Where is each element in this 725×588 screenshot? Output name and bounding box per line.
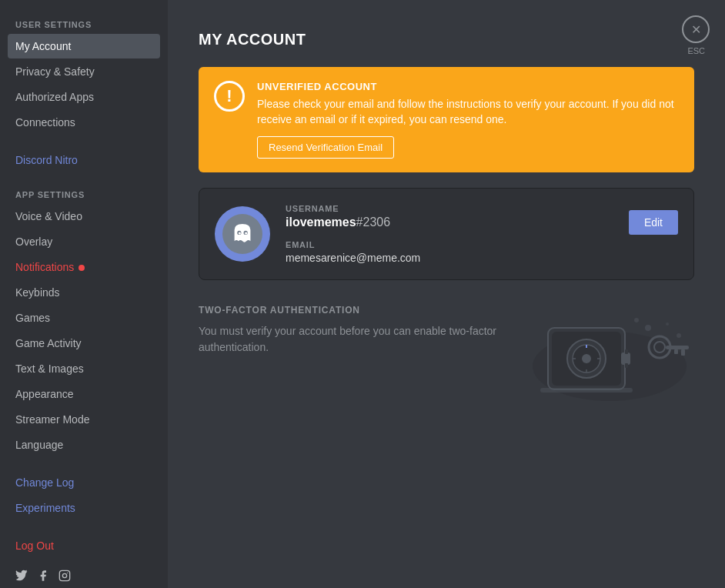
username-value: ilovememes#2306: [286, 215, 613, 229]
sidebar-item-discord-nitro[interactable]: Discord Nitro: [8, 148, 160, 172]
unverified-title: UNVERIFIED ACCOUNT: [257, 81, 679, 92]
svg-point-27: [677, 333, 681, 338]
sidebar-item-overlay[interactable]: Overlay: [8, 229, 160, 254]
sidebar-item-notifications[interactable]: Notifications: [8, 255, 160, 279]
user-settings-label: USER SETTINGS: [8, 15, 160, 32]
sidebar-item-change-log[interactable]: Change Log: [8, 470, 160, 495]
sidebar-item-voice-video[interactable]: Voice & Video: [8, 204, 160, 229]
tfa-text: You must verify your account before you …: [199, 323, 510, 356]
svg-rect-30: [540, 388, 633, 393]
svg-rect-18: [621, 352, 630, 365]
svg-rect-19: [625, 349, 628, 354]
sidebar-item-connections[interactable]: Connections: [8, 110, 160, 135]
sidebar-item-log-out[interactable]: Log Out: [8, 533, 160, 558]
social-icons-row: [8, 562, 160, 585]
discriminator: #2306: [356, 215, 391, 229]
resend-verification-button[interactable]: Resend Verification Email: [257, 136, 394, 159]
username-text: ilovememes: [286, 215, 356, 229]
tfa-section: TWO-FACTOR AUTHENTICATION You must verif…: [199, 305, 694, 408]
sidebar-item-text-images[interactable]: Text & Images: [8, 356, 160, 381]
account-info: USERNAME ilovememes#2306 EMAIL memesaren…: [286, 204, 613, 264]
sidebar-item-privacy-safety[interactable]: Privacy & Safety: [8, 59, 160, 84]
unverified-text: Please check your email and follow the i…: [257, 97, 679, 127]
page-title: MY ACCOUNT: [199, 31, 694, 48]
svg-point-26: [645, 325, 651, 331]
email-label: EMAIL: [286, 240, 613, 249]
tfa-illustration: [525, 305, 694, 408]
main-content: ✕ ESC MY ACCOUNT ! UNVERIFIED ACCOUNT Pl…: [168, 0, 725, 588]
sidebar-item-authorized-apps[interactable]: Authorized Apps: [8, 85, 160, 109]
svg-rect-0: [59, 570, 69, 580]
facebook-icon[interactable]: [37, 570, 49, 585]
svg-rect-24: [681, 349, 685, 356]
sidebar-item-appearance[interactable]: Appearance: [8, 382, 160, 406]
svg-point-28: [666, 322, 669, 326]
svg-rect-25: [674, 349, 678, 354]
sidebar-item-language[interactable]: Language: [8, 433, 160, 457]
svg-point-7: [245, 232, 247, 235]
svg-point-2: [67, 573, 68, 573]
esc-label: ESC: [687, 46, 705, 55]
sidebar-item-my-account[interactable]: My Account: [8, 34, 160, 58]
warning-icon: !: [214, 81, 245, 112]
twitter-icon[interactable]: [15, 570, 28, 585]
svg-point-6: [239, 232, 241, 235]
sidebar-item-game-activity[interactable]: Game Activity: [8, 331, 160, 356]
sidebar-item-streamer-mode[interactable]: Streamer Mode: [8, 407, 160, 432]
svg-rect-23: [666, 346, 689, 349]
instagram-icon[interactable]: [58, 570, 71, 585]
app-settings-label: APP SETTINGS: [8, 185, 160, 202]
username-label: USERNAME: [286, 204, 613, 213]
close-icon: ✕: [691, 22, 701, 37]
svg-point-1: [62, 573, 66, 577]
unverified-banner: ! UNVERIFIED ACCOUNT Please check your e…: [199, 67, 694, 172]
svg-point-13: [582, 354, 591, 363]
edit-button[interactable]: Edit: [629, 210, 678, 235]
tfa-content: TWO-FACTOR AUTHENTICATION You must verif…: [199, 305, 510, 356]
tfa-title: TWO-FACTOR AUTHENTICATION: [199, 305, 510, 316]
sidebar: USER SETTINGS My Account Privacy & Safet…: [0, 0, 168, 588]
svg-rect-20: [625, 363, 628, 368]
email-value: memesarenice@meme.com: [286, 252, 613, 264]
account-card: USERNAME ilovememes#2306 EMAIL memesaren…: [199, 188, 694, 280]
svg-point-29: [634, 318, 639, 322]
sidebar-item-keybinds[interactable]: Keybinds: [8, 280, 160, 305]
unverified-content: UNVERIFIED ACCOUNT Please check your ema…: [257, 81, 679, 159]
close-button[interactable]: ✕: [682, 15, 710, 43]
sidebar-item-games[interactable]: Games: [8, 306, 160, 330]
avatar: [215, 206, 270, 262]
sidebar-item-experiments[interactable]: Experiments: [8, 496, 160, 520]
